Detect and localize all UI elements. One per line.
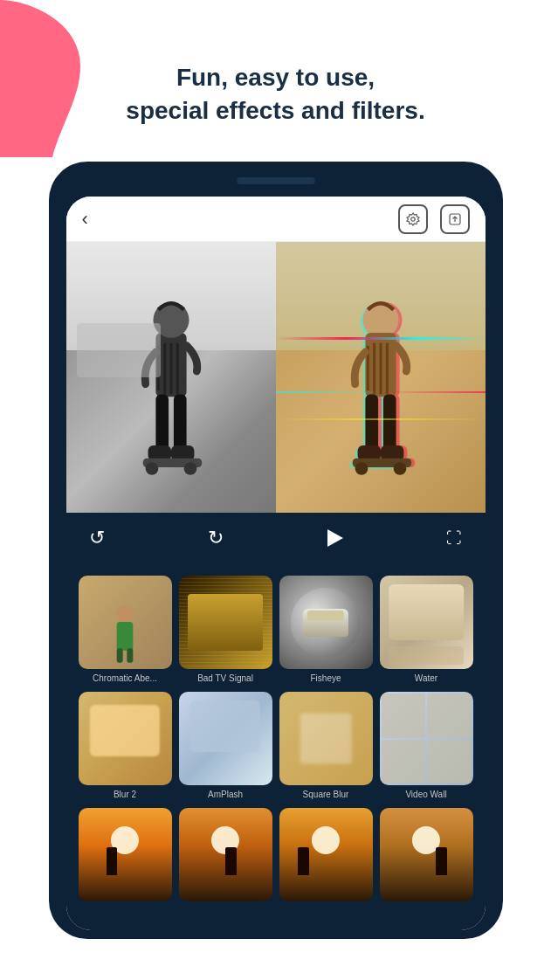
back-button[interactable]: ‹ bbox=[82, 208, 88, 231]
effects-row-2: Blur 2 AmPlash Square Blur bbox=[79, 692, 473, 799]
effects-grid: Chromatic Abe... Bad TV Signal bbox=[66, 563, 486, 930]
effect-squareblur-label: Square Blur bbox=[303, 790, 349, 799]
svg-rect-47 bbox=[127, 648, 133, 662]
settings-icon-button[interactable] bbox=[398, 204, 428, 234]
person-r3b bbox=[225, 847, 237, 875]
effect-water[interactable]: Water bbox=[380, 576, 473, 683]
water-reflection bbox=[389, 646, 464, 665]
svg-point-15 bbox=[145, 462, 158, 475]
svg-point-44 bbox=[117, 605, 134, 622]
sun-r3c bbox=[312, 826, 340, 854]
thumb-water bbox=[380, 576, 473, 669]
undo-button[interactable]: ↺ bbox=[89, 527, 105, 549]
chromatic-person-icon bbox=[103, 604, 147, 665]
glitch-line-3 bbox=[276, 418, 486, 420]
split-view bbox=[66, 242, 486, 513]
phone-frame: ‹ bbox=[49, 162, 503, 939]
topbar-icons bbox=[398, 204, 470, 234]
effect-badtv-label: Bad TV Signal bbox=[197, 673, 253, 683]
phone-speaker bbox=[237, 177, 315, 184]
redo-button[interactable]: ↻ bbox=[208, 527, 224, 549]
effect-r3d[interactable] bbox=[380, 808, 473, 906]
van-window bbox=[307, 610, 344, 621]
thumb-badtv bbox=[179, 576, 272, 669]
grid-cell-4 bbox=[427, 740, 472, 784]
svg-marker-0 bbox=[407, 213, 419, 225]
thumb-videowall bbox=[380, 692, 473, 785]
thumb-blur2 bbox=[79, 692, 172, 785]
person-r3d bbox=[436, 847, 447, 875]
glitch-line-1 bbox=[276, 337, 486, 340]
effect-squareblur[interactable]: Square Blur bbox=[279, 692, 373, 799]
bw-wall bbox=[77, 323, 161, 377]
grid-cell-3 bbox=[382, 740, 426, 784]
thumb-r3c bbox=[279, 808, 373, 901]
effect-videowall-label: Video Wall bbox=[405, 790, 446, 799]
blur2-van bbox=[90, 705, 160, 756]
videowall-grid bbox=[380, 692, 473, 785]
effect-r3a[interactable] bbox=[79, 808, 172, 906]
controls-bar: ↺ ↻ ⛶ bbox=[66, 513, 486, 563]
svg-point-42 bbox=[355, 462, 368, 475]
split-left-panel bbox=[66, 242, 276, 513]
effect-videowall[interactable]: Video Wall bbox=[380, 692, 473, 799]
thumb-fisheye bbox=[279, 576, 373, 669]
effects-row-1: Chromatic Abe... Bad TV Signal bbox=[79, 576, 473, 683]
effect-blur2-label: Blur 2 bbox=[114, 790, 136, 799]
effect-water-label: Water bbox=[415, 673, 437, 683]
thumb-r3a bbox=[79, 808, 172, 901]
effect-badtv[interactable]: Bad TV Signal bbox=[179, 576, 272, 683]
export-icon-button[interactable] bbox=[440, 204, 470, 234]
play-button[interactable] bbox=[327, 529, 343, 547]
svg-rect-11 bbox=[173, 394, 186, 452]
effect-fisheye[interactable]: Fisheye bbox=[279, 576, 373, 683]
svg-rect-10 bbox=[155, 394, 169, 452]
export-icon bbox=[448, 212, 462, 226]
split-right-panel bbox=[276, 242, 486, 513]
badtv-content bbox=[188, 594, 263, 650]
fullscreen-button[interactable]: ⛶ bbox=[446, 529, 462, 548]
thumb-r3d bbox=[380, 808, 473, 901]
svg-rect-37 bbox=[365, 394, 378, 452]
header-section: Fun, easy to use, special effects and fi… bbox=[0, 61, 551, 128]
svg-rect-46 bbox=[117, 648, 123, 662]
glitch-line-2 bbox=[276, 391, 486, 393]
grid-cell-1 bbox=[382, 694, 426, 738]
effect-amplash-label: AmPlash bbox=[208, 790, 243, 799]
van-in-fisheye bbox=[303, 608, 348, 636]
header-line2: special effects and filters. bbox=[126, 97, 424, 124]
fisheye-circle bbox=[291, 587, 361, 657]
grid-cell-2 bbox=[427, 694, 472, 738]
effect-blur2[interactable]: Blur 2 bbox=[79, 692, 172, 799]
thumb-amplash bbox=[179, 692, 272, 785]
phone-screen: ‹ bbox=[66, 197, 486, 930]
svg-point-43 bbox=[393, 462, 406, 475]
header-line1: Fun, easy to use, bbox=[176, 64, 375, 91]
effect-r3c[interactable] bbox=[279, 808, 373, 906]
person-r3a bbox=[107, 847, 118, 875]
gear-icon bbox=[406, 212, 420, 226]
effects-row-3 bbox=[79, 808, 473, 906]
effect-fisheye-label: Fisheye bbox=[310, 673, 341, 683]
svg-point-1 bbox=[410, 217, 414, 220]
thumb-squareblur bbox=[279, 692, 373, 785]
app-topbar: ‹ bbox=[66, 197, 486, 242]
svg-rect-38 bbox=[382, 394, 396, 452]
thumb-r3b bbox=[179, 808, 272, 901]
person-r3c bbox=[298, 847, 309, 875]
amplash-content bbox=[190, 700, 260, 752]
effect-chromatic[interactable]: Chromatic Abe... bbox=[79, 576, 172, 683]
svg-rect-45 bbox=[117, 622, 134, 651]
thumb-chromatic bbox=[79, 576, 172, 669]
svg-point-16 bbox=[183, 462, 196, 475]
effect-amplash[interactable]: AmPlash bbox=[179, 692, 272, 799]
effect-r3b[interactable] bbox=[179, 808, 272, 906]
water-van-shape bbox=[389, 584, 464, 640]
squareblur-box bbox=[300, 713, 352, 764]
effect-chromatic-label: Chromatic Abe... bbox=[93, 673, 157, 683]
